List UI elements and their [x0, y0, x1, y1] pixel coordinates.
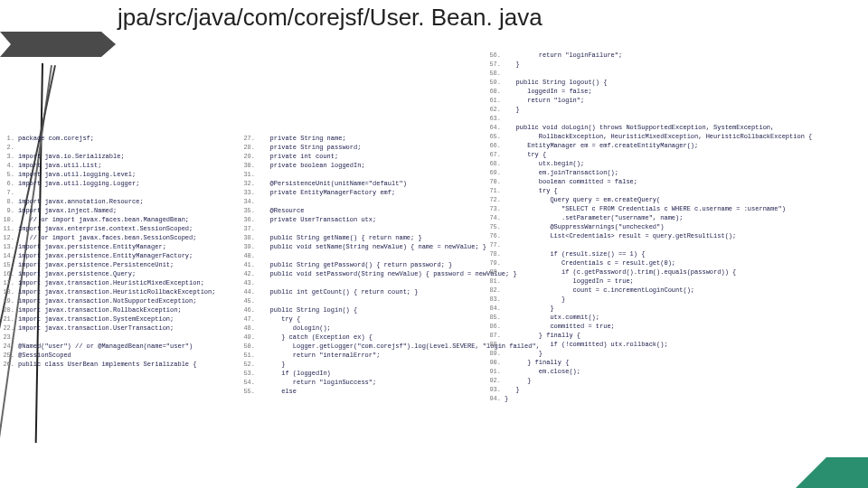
line-number: 93.: [488, 385, 505, 394]
line-number: 82.: [488, 286, 505, 295]
code-line: 42. public void setPassword(String newVa…: [242, 269, 486, 278]
code-line: 71. try {: [488, 186, 864, 195]
code-line: 74. .setParameter("username", name);: [488, 213, 864, 222]
line-number: 13.: [2, 242, 18, 251]
code-line: 51. return "internalError";: [242, 351, 486, 360]
line-number: 65.: [488, 132, 505, 141]
line-number: 70.: [488, 177, 505, 186]
code-text: import java.util.logging.Logger;: [18, 179, 241, 188]
code-text: private int count;: [259, 152, 486, 161]
line-number: 66.: [488, 141, 505, 150]
line-number: 59.: [488, 78, 505, 87]
code-line: 65. RollbackException, HeuristicMixedExc…: [488, 132, 864, 141]
line-number: 27.: [242, 134, 259, 143]
code-text: [259, 251, 486, 260]
code-line: 32. @PersistenceUnit(unitName="default"): [242, 179, 486, 188]
code-line: 4.import java.util.List;: [2, 161, 241, 170]
code-text: List<Credentials> result = query.getResu…: [505, 231, 864, 240]
code-line: 57. }: [488, 60, 864, 69]
code-text: }: [505, 295, 864, 304]
line-number: 61.: [488, 96, 505, 105]
code-line: 75. @SuppressWarnings("unchecked"): [488, 222, 864, 231]
code-text: @Resource: [259, 206, 486, 215]
line-number: 44.: [242, 287, 259, 296]
code-line: 33. private EntityManagerFactory emf;: [242, 188, 486, 197]
line-number: 39.: [242, 242, 259, 251]
code-text: public String logout() {: [505, 78, 864, 87]
line-number: 77.: [488, 240, 505, 249]
code-line: 25.@SessionScoped: [2, 351, 241, 360]
line-number: 74.: [488, 213, 505, 222]
line-number: 1.: [2, 134, 18, 143]
code-line: 94.}: [488, 394, 864, 403]
code-text: if (loggedIn): [259, 369, 486, 378]
line-number: 15.: [2, 260, 18, 269]
code-text: try {: [505, 150, 864, 159]
code-text: loggedIn = true;: [505, 277, 864, 286]
code-text: RollbackException, HeuristicMixedExcepti…: [505, 132, 864, 141]
line-number: 17.: [2, 278, 18, 287]
line-number: 29.: [242, 152, 259, 161]
code-text: doLogin();: [259, 324, 486, 333]
code-line: 92. }: [488, 376, 864, 385]
code-line: 79. Credentials c = result.get(0);: [488, 258, 864, 267]
code-line: 52. }: [242, 360, 486, 369]
line-number: 7.: [2, 188, 18, 197]
code-text: else: [259, 387, 486, 396]
line-number: 11.: [2, 224, 18, 233]
line-number: 37.: [242, 224, 259, 233]
code-line: 61. return "login";: [488, 96, 864, 105]
code-line: 30. private boolean loggedIn;: [242, 161, 486, 170]
code-line: 69. em.joinTransaction();: [488, 168, 864, 177]
line-number: 53.: [242, 369, 259, 378]
code-line: 23.: [2, 333, 241, 342]
code-text: [18, 333, 241, 342]
line-number: 19.: [2, 296, 18, 305]
code-text: [259, 197, 486, 206]
code-line: 11.import javax.enterprise.context.Sessi…: [2, 224, 241, 233]
code-line: 80. if (c.getPassword().trim().equals(pa…: [488, 267, 864, 277]
code-line: 26.public class UserBean implements Seri…: [2, 360, 241, 369]
line-number: 50.: [242, 342, 259, 351]
code-line: 40.: [242, 251, 486, 260]
code-text: public String login() {: [259, 305, 486, 314]
code-text: }: [505, 60, 864, 69]
code-text: public void setName(String newValue) { n…: [259, 242, 486, 251]
code-line: 67. try {: [488, 150, 864, 159]
line-number: 2.: [2, 143, 18, 152]
code-line: 21.import javax.transaction.SystemExcept…: [2, 314, 241, 324]
line-number: 33.: [242, 188, 259, 197]
code-text: if (!committed) utx.rollback();: [505, 340, 864, 349]
code-line: 9.import javax.inject.Named;: [2, 206, 241, 215]
code-text: "SELECT c FROM Credentials c WHERE c.use…: [505, 204, 864, 213]
code-line: 6.import java.util.logging.Logger;: [2, 179, 241, 188]
code-line: 73. "SELECT c FROM Credentials c WHERE c…: [488, 204, 864, 213]
line-number: 14.: [2, 251, 18, 260]
line-number: 64.: [488, 123, 505, 132]
line-number: 51.: [242, 351, 259, 360]
code-text: @PersistenceUnit(unitName="default"): [259, 179, 486, 188]
line-number: 57.: [488, 60, 505, 69]
code-text: import javax.persistence.PersistenceUnit…: [18, 260, 241, 269]
line-number: 80.: [488, 267, 505, 277]
code-line: 46. public String login() {: [242, 305, 486, 314]
line-number: 10.: [2, 215, 18, 224]
code-text: utx.begin();: [505, 159, 864, 168]
code-text: @Named("user") // or @ManagedBean(name="…: [18, 342, 241, 351]
code-line: 47. try {: [242, 314, 486, 324]
code-text: return "loginSuccess";: [259, 378, 486, 387]
code-text: @SuppressWarnings("unchecked"): [505, 222, 864, 231]
accent-bar: [826, 457, 868, 488]
line-number: 9.: [2, 206, 18, 215]
code-text: package com.corejsf;: [18, 134, 241, 143]
code-line: 93. }: [488, 385, 864, 394]
code-text: } finally {: [505, 358, 864, 367]
code-text: public int getCount() { return count; }: [259, 287, 486, 296]
code-line: 41. public String getPassword() { return…: [242, 260, 486, 269]
line-number: 48.: [242, 324, 259, 333]
line-number: 32.: [242, 179, 259, 188]
code-line: 14.import javax.persistence.EntityManage…: [2, 251, 241, 260]
code-text: [505, 69, 864, 78]
line-number: 88.: [488, 340, 505, 349]
code-text: }: [259, 360, 486, 369]
